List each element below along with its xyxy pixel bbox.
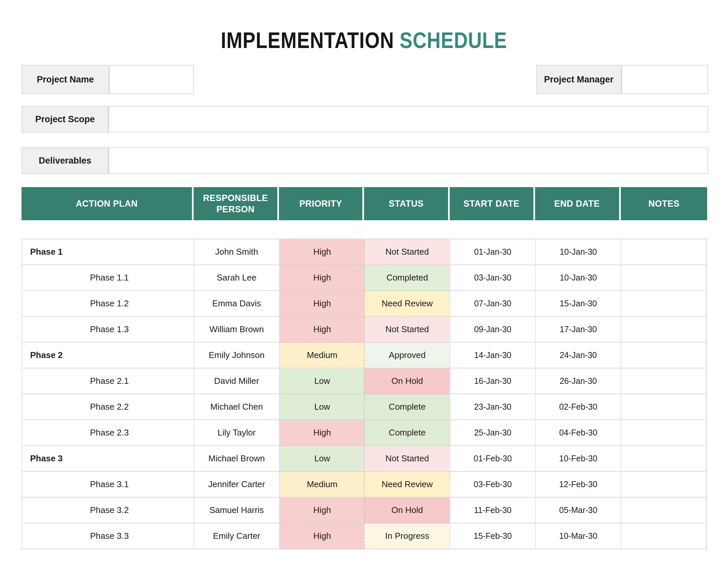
status-cell[interactable]: Complete [364, 420, 450, 446]
start-date-cell[interactable]: 03-Feb-30 [450, 472, 536, 498]
table-row: Phase 1John SmithHighNot Started01-Jan-3… [22, 239, 706, 265]
table-row: Phase 2Emily JohnsonMediumApproved14-Jan… [22, 343, 706, 369]
end-date-cell[interactable]: 12-Feb-30 [536, 472, 621, 498]
action-plan-cell[interactable]: Phase 2.2 [22, 395, 194, 420]
responsible-person-cell[interactable]: Jennifer Carter [194, 472, 280, 498]
title-accent: SCHEDULE [400, 27, 507, 53]
notes-cell[interactable] [621, 472, 706, 498]
status-cell[interactable]: Approved [364, 343, 450, 369]
priority-cell[interactable]: High [280, 498, 365, 524]
end-date-cell[interactable]: 17-Jan-30 [536, 317, 621, 343]
project-scope-input[interactable] [109, 106, 708, 132]
header-priority: PRIORITY [279, 187, 364, 220]
end-date-cell[interactable]: 04-Feb-30 [536, 420, 621, 446]
status-cell[interactable]: Not Started [364, 317, 450, 343]
start-date-cell[interactable]: 01-Feb-30 [450, 446, 536, 472]
responsible-person-cell[interactable]: David Miller [194, 369, 280, 395]
action-plan-cell[interactable]: Phase 2.3 [22, 420, 194, 446]
notes-cell[interactable] [621, 498, 706, 524]
responsible-person-cell[interactable]: Emily Carter [194, 524, 280, 549]
header-end-date: END DATE [535, 187, 621, 220]
status-cell[interactable]: Not Started [364, 239, 450, 265]
notes-cell[interactable] [621, 265, 706, 291]
end-date-cell[interactable]: 02-Feb-30 [536, 395, 621, 420]
priority-cell[interactable]: High [280, 291, 365, 317]
table-row: Phase 2.1David MillerLowOn Hold16-Jan-30… [22, 369, 706, 395]
start-date-cell[interactable]: 09-Jan-30 [450, 317, 536, 343]
notes-cell[interactable] [621, 524, 706, 549]
notes-cell[interactable] [621, 446, 706, 472]
table-row: Phase 3Michael BrownLowNot Started01-Feb… [22, 446, 706, 472]
notes-cell[interactable] [621, 343, 706, 369]
deliverables-input[interactable] [109, 147, 708, 174]
priority-cell[interactable]: Low [280, 395, 365, 420]
status-cell[interactable]: Need Review [364, 472, 450, 498]
end-date-cell[interactable]: 24-Jan-30 [536, 343, 621, 369]
responsible-person-cell[interactable]: William Brown [194, 317, 280, 343]
deliverables-label: Deliverables [22, 147, 109, 174]
start-date-cell[interactable]: 25-Jan-30 [450, 420, 536, 446]
responsible-person-cell[interactable]: Samuel Harris [194, 498, 280, 524]
status-cell[interactable]: Completed [364, 265, 450, 291]
status-cell[interactable]: On Hold [364, 498, 450, 524]
end-date-cell[interactable]: 15-Jan-30 [536, 291, 621, 317]
responsible-person-cell[interactable]: Michael Chen [194, 395, 280, 420]
notes-cell[interactable] [621, 420, 706, 446]
responsible-person-cell[interactable]: Emily Johnson [194, 343, 280, 369]
action-plan-cell[interactable]: Phase 1.3 [22, 317, 194, 343]
project-name-input[interactable] [109, 65, 194, 94]
status-cell[interactable]: Not Started [364, 446, 450, 472]
notes-cell[interactable] [621, 291, 706, 317]
responsible-person-cell[interactable]: Michael Brown [194, 446, 280, 472]
action-plan-cell[interactable]: Phase 1.2 [22, 291, 194, 317]
start-date-cell[interactable]: 01-Jan-30 [450, 239, 536, 265]
status-cell[interactable]: Need Review [364, 291, 450, 317]
start-date-cell[interactable]: 16-Jan-30 [450, 369, 536, 395]
end-date-cell[interactable]: 10-Mar-30 [536, 524, 621, 549]
status-cell[interactable]: Complete [364, 395, 450, 420]
priority-cell[interactable]: High [280, 265, 365, 291]
start-date-cell[interactable]: 15-Feb-30 [450, 524, 536, 549]
priority-cell[interactable]: High [280, 239, 365, 265]
status-cell[interactable]: On Hold [364, 369, 450, 395]
table-row: Phase 3.1Jennifer CarterMediumNeed Revie… [22, 472, 706, 498]
end-date-cell[interactable]: 10-Jan-30 [536, 239, 621, 265]
start-date-cell[interactable]: 07-Jan-30 [450, 291, 536, 317]
priority-cell[interactable]: High [280, 524, 365, 549]
start-date-cell[interactable]: 11-Feb-30 [450, 498, 536, 524]
status-cell[interactable]: In Progress [364, 524, 450, 549]
action-plan-cell[interactable]: Phase 1.1 [22, 265, 194, 291]
end-date-cell[interactable]: 10-Jan-30 [536, 265, 621, 291]
start-date-cell[interactable]: 14-Jan-30 [450, 343, 536, 369]
start-date-cell[interactable]: 03-Jan-30 [450, 265, 536, 291]
responsible-person-cell[interactable]: John Smith [194, 239, 280, 265]
start-date-cell[interactable]: 23-Jan-30 [450, 395, 536, 420]
priority-cell[interactable]: High [280, 420, 365, 446]
responsible-person-cell[interactable]: Lily Taylor [194, 420, 280, 446]
action-plan-cell[interactable]: Phase 3.3 [22, 524, 194, 549]
notes-cell[interactable] [621, 395, 706, 420]
end-date-cell[interactable]: 05-Mar-30 [536, 498, 621, 524]
table-body: Phase 1John SmithHighNot Started01-Jan-3… [22, 238, 707, 549]
priority-cell[interactable]: Medium [280, 472, 365, 498]
action-plan-cell[interactable]: Phase 3.1 [22, 472, 194, 498]
project-manager-input[interactable] [621, 65, 708, 94]
table-header: ACTION PLAN RESPONSIBLE PERSON PRIORITY … [22, 187, 707, 220]
priority-cell[interactable]: Medium [280, 343, 365, 369]
action-plan-cell[interactable]: Phase 1 [22, 239, 194, 265]
notes-cell[interactable] [621, 369, 706, 395]
end-date-cell[interactable]: 10-Feb-30 [536, 446, 621, 472]
action-plan-cell[interactable]: Phase 2 [22, 343, 194, 369]
action-plan-cell[interactable]: Phase 2.1 [22, 369, 194, 395]
end-date-cell[interactable]: 26-Jan-30 [536, 369, 621, 395]
notes-cell[interactable] [621, 317, 706, 343]
table-row: Phase 1.1Sarah LeeHighCompleted03-Jan-30… [22, 265, 706, 291]
action-plan-cell[interactable]: Phase 3.2 [22, 498, 194, 524]
priority-cell[interactable]: Low [280, 369, 365, 395]
priority-cell[interactable]: Low [280, 446, 365, 472]
responsible-person-cell[interactable]: Emma Davis [194, 291, 280, 317]
action-plan-cell[interactable]: Phase 3 [22, 446, 194, 472]
notes-cell[interactable] [621, 239, 706, 265]
priority-cell[interactable]: High [280, 317, 365, 343]
responsible-person-cell[interactable]: Sarah Lee [194, 265, 280, 291]
